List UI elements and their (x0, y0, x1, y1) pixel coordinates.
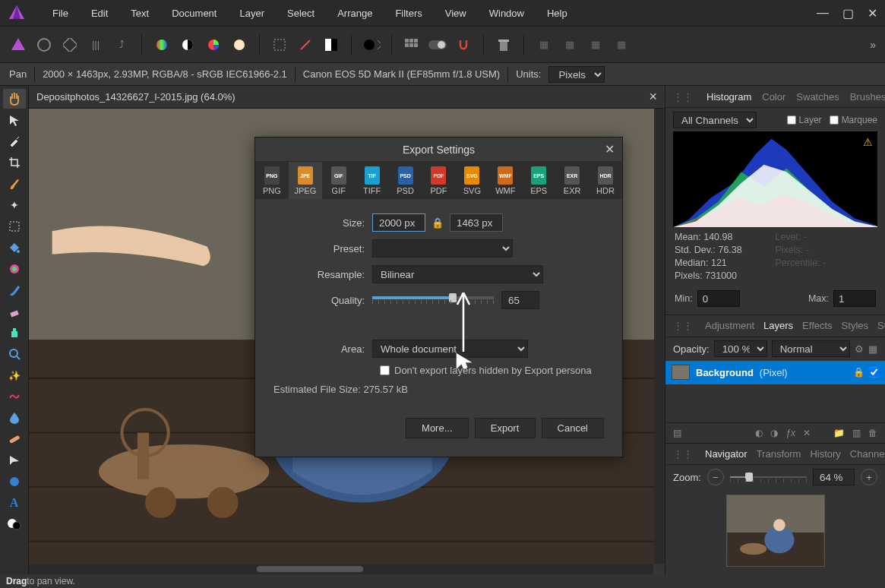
cancel-button[interactable]: Cancel (542, 418, 604, 438)
snapping-icon[interactable] (454, 36, 473, 54)
zoom-in-button[interactable]: + (861, 469, 877, 485)
panel-grip-icon[interactable]: ⋮⋮ (673, 91, 693, 103)
close-document-button[interactable]: × (649, 89, 657, 105)
format-tab-tiff[interactable]: TIFTIFF (356, 162, 389, 199)
hist-min-input[interactable] (697, 290, 740, 307)
layer-stack-icon[interactable]: ▤ (673, 428, 681, 438)
dialog-close-button[interactable]: ✕ (605, 142, 615, 156)
flood-fill-tool[interactable] (3, 238, 26, 258)
hist-max-input[interactable] (833, 290, 876, 307)
paint-mixer-tool[interactable] (3, 259, 26, 279)
area-select[interactable]: Whole document (372, 340, 528, 358)
menu-filters[interactable]: Filters (384, 8, 433, 19)
toggle-ui-icon[interactable] (428, 36, 447, 54)
tab-swatches[interactable]: Swatches (796, 91, 839, 103)
crop-tool[interactable] (3, 153, 26, 172)
magic-wand-tool[interactable]: ✦ (3, 195, 26, 215)
tab-transform[interactable]: Transform (757, 448, 801, 460)
panel-grip-icon[interactable]: ⋮⋮ (673, 448, 693, 460)
eyedropper-tool[interactable] (3, 131, 26, 151)
histogram-channels-select[interactable]: All Channels (673, 112, 757, 128)
persona-export-icon[interactable]: ⤴ (112, 36, 131, 54)
zoom-slider[interactable] (730, 469, 807, 485)
gear-icon[interactable]: ⚙ (855, 343, 864, 355)
fx-icon[interactable]: ƒx (785, 428, 795, 438)
quality-input[interactable] (501, 291, 539, 309)
bandage-tool[interactable] (3, 429, 26, 449)
trash-layer-icon[interactable]: 🗑 (868, 428, 877, 438)
tab-layers[interactable]: Layers (763, 320, 793, 331)
menu-select[interactable]: Select (276, 8, 326, 19)
close-window-button[interactable]: ✕ (868, 6, 877, 21)
tab-history[interactable]: History (810, 448, 840, 460)
format-tab-psd[interactable]: PSDPSD (389, 162, 422, 199)
format-tab-exr[interactable]: EXREXR (555, 162, 589, 199)
zoom-value-input[interactable] (813, 469, 855, 485)
tab-channels[interactable]: Channels (850, 448, 885, 460)
zoom-tool[interactable] (3, 344, 26, 364)
width-input[interactable] (372, 213, 425, 232)
histogram-marquee-checkbox[interactable] (830, 115, 839, 125)
lock-aspect-icon[interactable]: 🔒 (431, 217, 444, 229)
menu-document[interactable]: Document (160, 8, 228, 19)
marquee-tool[interactable] (3, 217, 26, 236)
tab-brushes[interactable]: Brushes (850, 91, 885, 103)
tab-color[interactable]: Color (762, 91, 785, 103)
tab-histogram[interactable]: Histogram (706, 91, 751, 103)
zoom-out-button[interactable]: − (707, 469, 724, 485)
adjust-icon[interactable]: ◑ (770, 428, 778, 438)
minimize-button[interactable]: — (817, 6, 829, 21)
selection-refine-icon[interactable] (322, 36, 340, 54)
horizontal-scrollbar[interactable] (29, 564, 653, 574)
persona-develop-icon[interactable] (61, 36, 79, 54)
pen-tool[interactable] (3, 450, 26, 470)
tab-effects[interactable]: Effects (802, 320, 833, 331)
format-tab-gif[interactable]: GIFGIF (322, 162, 356, 199)
swatch-picker-icon[interactable] (362, 36, 381, 54)
export-button[interactable]: Export (475, 418, 536, 438)
tab-styles[interactable]: Styles (842, 320, 868, 331)
trash-icon[interactable] (495, 36, 513, 54)
more-button[interactable]: More... (406, 418, 468, 438)
preset-select[interactable] (372, 239, 513, 258)
no-export-hidden-checkbox[interactable] (380, 365, 390, 375)
erase-tool[interactable] (3, 302, 26, 321)
menu-arrange[interactable]: Arrange (326, 8, 384, 19)
tab-adjustment[interactable]: Adjustment (705, 320, 754, 331)
persona-tone-icon[interactable]: ||| (87, 36, 105, 54)
menu-layer[interactable]: Layer (228, 8, 276, 19)
format-tab-svg[interactable]: SVGSVG (455, 162, 488, 199)
tab-navigator[interactable]: Navigator (705, 448, 748, 460)
sparkle-tool[interactable]: ✨ (3, 365, 26, 385)
format-tab-jpeg[interactable]: JPEJPEG (289, 162, 322, 199)
menu-view[interactable]: View (434, 8, 478, 19)
vertical-scrollbar[interactable] (654, 109, 665, 564)
auto-wb-icon[interactable] (230, 36, 248, 54)
persona-photo-icon[interactable] (9, 36, 27, 54)
paint-brush-tool[interactable] (3, 280, 26, 300)
delete-layer-icon[interactable]: ✕ (803, 428, 811, 438)
pan-tool[interactable] (3, 89, 26, 109)
merge-icon[interactable]: ▥ (852, 428, 861, 438)
persona-liquify-icon[interactable] (35, 36, 53, 54)
navigator-thumbnail[interactable] (726, 495, 825, 567)
format-tab-wmf[interactable]: WMFWMF (488, 162, 522, 199)
tab-stock[interactable]: Stock (877, 320, 885, 331)
units-select[interactable]: Pixels (548, 66, 605, 83)
menu-file[interactable]: File (41, 8, 80, 19)
menu-help[interactable]: Help (536, 8, 579, 19)
auto-levels-icon[interactable] (153, 36, 171, 54)
layer-visible-checkbox[interactable] (869, 367, 879, 378)
format-tab-eps[interactable]: EPSEPS (522, 162, 555, 199)
blur-tool[interactable] (3, 408, 26, 428)
menu-edit[interactable]: Edit (80, 8, 119, 19)
maximize-button[interactable]: ▢ (842, 6, 854, 21)
format-tab-hdr[interactable]: HDRHDR (589, 162, 622, 199)
document-tab[interactable]: Depositphotos_14326627_l-2015.jpg (64.0%… (36, 91, 235, 103)
auto-contrast-icon[interactable] (179, 36, 197, 54)
format-tab-pdf[interactable]: PDFPDF (422, 162, 456, 199)
text-tool[interactable]: A (3, 493, 26, 513)
opacity-select[interactable]: 100 % (714, 340, 767, 357)
foreground-color[interactable] (3, 514, 26, 534)
brush-tool[interactable] (3, 174, 26, 194)
